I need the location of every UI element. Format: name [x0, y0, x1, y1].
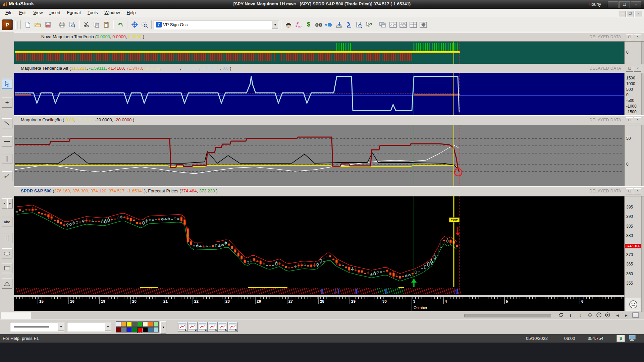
paste-button[interactable] [102, 20, 111, 29]
line-style-selector[interactable]: ▼ [10, 322, 64, 331]
color-swatch[interactable] [126, 321, 132, 327]
custom-indicator-button-2[interactable]: 2 [188, 322, 198, 332]
grid-tool-tool[interactable] [2, 233, 12, 243]
chart-area[interactable]: EXIT1516192021222326272829303456October [14, 32, 625, 312]
panel-close-button[interactable]: × [634, 66, 641, 72]
expert-advisor-button[interactable] [284, 20, 293, 29]
color-swatch[interactable] [116, 327, 121, 333]
bar-button[interactable]: I [567, 312, 574, 318]
zoom-select-button[interactable] [140, 20, 149, 29]
color-swatch[interactable] [132, 321, 137, 327]
microscope-button[interactable] [344, 20, 354, 29]
forecaster-button[interactable] [324, 20, 333, 29]
menu-edit[interactable]: Edit [16, 9, 30, 16]
copy-button[interactable] [92, 20, 101, 29]
color-swatch[interactable] [126, 327, 132, 333]
tile-vertical-button[interactable] [388, 20, 398, 29]
system-tester-button[interactable]: $ [304, 20, 313, 29]
scroll-left-button[interactable]: ◄ [2, 198, 7, 208]
text-tool-tool[interactable]: abc [2, 217, 12, 227]
crosshair-tool[interactable]: + [2, 98, 12, 108]
chevron-down-icon[interactable]: ▼ [272, 21, 278, 29]
menu-window[interactable]: Window [101, 9, 123, 16]
zoom-out-button[interactable] [595, 312, 602, 318]
scrollbar-thumb[interactable] [464, 314, 551, 317]
color-swatch[interactable] [148, 327, 153, 333]
trendline-tool[interactable] [2, 118, 12, 128]
custom-indicator-button-4[interactable]: 4 [208, 322, 218, 332]
close-button[interactable]: × [631, 1, 641, 8]
menu-tools[interactable]: Tools [84, 9, 101, 16]
menu-help[interactable]: Help [123, 9, 139, 16]
color-swatch[interactable] [148, 321, 153, 327]
zoom-in-button[interactable] [604, 312, 611, 318]
menu-insert[interactable]: Insert [46, 9, 64, 16]
print-button[interactable] [57, 20, 67, 29]
scroll-right-button[interactable]: ► [7, 198, 13, 208]
child-close-button[interactable]: × [634, 11, 642, 17]
explorer-button[interactable] [314, 20, 323, 29]
crosshair-target-button[interactable] [130, 20, 139, 29]
color-swatch[interactable] [143, 327, 148, 333]
cut-button[interactable] [82, 20, 91, 29]
color-swatch[interactable] [153, 321, 159, 327]
child-restore-button[interactable]: ❐ [626, 11, 634, 17]
new-file-button[interactable] [23, 20, 33, 29]
pointer-tool[interactable] [2, 79, 12, 89]
menu-file[interactable]: File [2, 9, 16, 16]
page-left-button[interactable]: ◄ [614, 312, 621, 318]
refresh-button[interactable] [557, 312, 565, 318]
indicator-builder-button[interactable]: ƒ(x) [294, 20, 303, 29]
triangle-tool-tool[interactable] [2, 279, 12, 289]
indicator-quicklist-combo[interactable]: fVP Sign Osc▼ [154, 20, 279, 29]
panel-close-button[interactable]: × [634, 117, 641, 123]
restore-button[interactable]: ❐ [619, 1, 630, 8]
panel-maximize-button[interactable]: ▢ [626, 34, 633, 40]
connection-monitor-icon[interactable] [628, 335, 637, 342]
cascade-windows-button[interactable] [378, 20, 388, 29]
tile-horizontal-button[interactable] [398, 20, 408, 29]
undo-button[interactable] [116, 20, 125, 29]
custom-indicator-button-5[interactable]: 5 [218, 322, 228, 332]
panel-maximize-button[interactable]: ▢ [626, 117, 633, 123]
menu-format[interactable]: Format [64, 9, 84, 16]
child-minimize-button[interactable]: — [618, 11, 626, 17]
save-file-button[interactable] [43, 20, 53, 29]
color-swatch[interactable] [121, 327, 126, 333]
color-swatch[interactable] [132, 327, 137, 333]
chart-options-button[interactable] [419, 20, 428, 29]
color-swatch[interactable] [153, 327, 159, 333]
custom-indicator-button-1[interactable]: 1 [178, 322, 187, 332]
rectangle-tool-tool[interactable] [2, 263, 12, 273]
page-right-button[interactable]: ► [623, 312, 630, 318]
dollar-status-icon[interactable]: $ [616, 335, 625, 342]
panel-close-button[interactable]: × [634, 34, 641, 40]
panel-close-button[interactable]: × [634, 188, 641, 194]
menu-view[interactable]: View [30, 9, 46, 16]
vertical-line-tool[interactable] [2, 154, 12, 164]
minimize-button[interactable]: — [608, 1, 619, 8]
custom-indicator-button-3[interactable]: 3 [198, 322, 208, 332]
custom-indicator-button-6[interactable]: 6 [228, 322, 238, 332]
smiley-corner-button[interactable] [626, 298, 641, 311]
line-weight-selector[interactable]: ▼ [67, 322, 111, 331]
semilog-line-tool[interactable]: SL [2, 171, 12, 181]
panel-maximize-button[interactable]: ▢ [626, 188, 633, 194]
color-swatch[interactable] [143, 321, 148, 327]
ellipse-tool-tool[interactable] [2, 248, 12, 258]
report-button[interactable] [354, 20, 364, 29]
print-preview-button[interactable] [67, 20, 77, 29]
vertical-fit-button[interactable]: ↕ [577, 312, 584, 318]
panel-maximize-button[interactable]: ▢ [626, 66, 633, 72]
power-console-button[interactable]: P [2, 19, 13, 30]
horizontal-line-tool[interactable] [2, 136, 12, 146]
color-swatch[interactable] [121, 321, 126, 327]
help-pointer-button[interactable]: ? [364, 20, 374, 29]
move-button[interactable] [586, 312, 594, 318]
open-file-button[interactable] [33, 20, 43, 29]
tile-quad-button[interactable] [409, 20, 418, 29]
palette-dropdown-arrow[interactable]: ▼ [160, 321, 166, 334]
downloader-button[interactable] [334, 20, 343, 29]
color-swatch[interactable] [137, 321, 143, 327]
color-swatch[interactable] [116, 321, 121, 327]
